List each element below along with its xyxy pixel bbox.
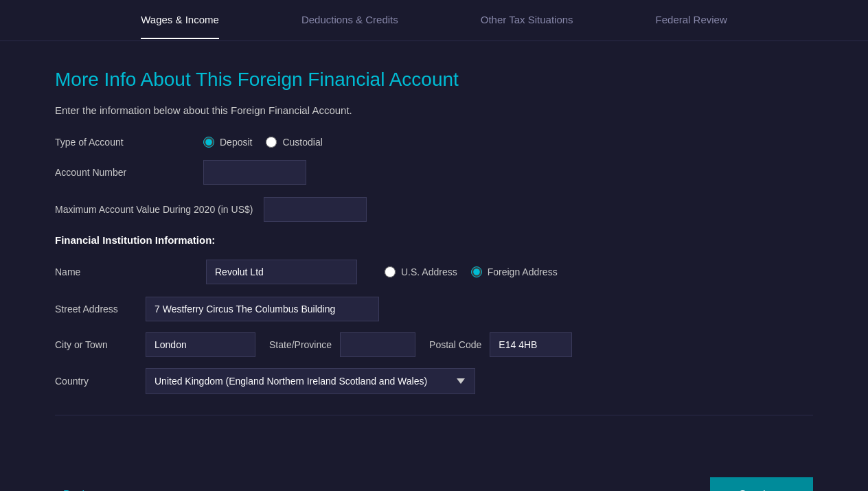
country-row: Country United Kingdom (England Northern… [55, 368, 813, 394]
postal-input[interactable] [490, 332, 572, 357]
back-chevron-icon: ‹ [55, 488, 59, 492]
postal-label: Postal Code [429, 339, 481, 350]
section-divider [55, 415, 813, 415]
city-state-postal-row: City or Town State/Province Postal Code [55, 332, 813, 357]
nav-item-wages-income[interactable]: Wages & Income [141, 1, 219, 39]
page-title: More Info About This Foreign Financial A… [55, 69, 813, 91]
country-label: Country [55, 376, 137, 387]
page-subtitle: Enter the information below about this F… [55, 104, 813, 116]
city-input[interactable] [146, 332, 255, 357]
nav-item-other-tax-situations[interactable]: Other Tax Situations [481, 1, 573, 39]
street-address-row: Street Address [55, 297, 813, 321]
name-label: Name [55, 266, 192, 277]
main-content: More Info About This Foreign Financial A… [22, 41, 846, 464]
account-type-radio-group: Deposit Custodial [203, 137, 323, 148]
bottom-navigation: ‹ Back Continue [22, 464, 846, 491]
nav-item-federal-review[interactable]: Federal Review [656, 1, 727, 39]
deposit-label: Deposit [220, 137, 252, 148]
foreign-address-label: Foreign Address [488, 266, 558, 277]
account-number-row: Account Number [55, 160, 813, 185]
back-button[interactable]: ‹ Back [55, 488, 88, 492]
custodial-radio[interactable] [266, 137, 277, 148]
financial-institution-heading: Financial Institution Information: [55, 234, 813, 246]
street-address-input[interactable] [146, 297, 379, 321]
us-address-radio-option[interactable]: U.S. Address [385, 266, 457, 277]
us-address-label: U.S. Address [401, 266, 457, 277]
account-number-label: Account Number [55, 167, 192, 178]
custodial-radio-option[interactable]: Custodial [266, 137, 322, 148]
state-label: State/Province [269, 339, 332, 350]
street-address-label: Street Address [55, 304, 137, 315]
custodial-label: Custodial [282, 137, 322, 148]
deposit-radio[interactable] [203, 137, 214, 148]
country-select[interactable]: United Kingdom (England Northern Ireland… [146, 368, 475, 394]
foreign-address-radio[interactable] [471, 266, 482, 277]
foreign-address-radio-option[interactable]: Foreign Address [471, 266, 558, 277]
max-value-row: Maximum Account Value During 2020 (in US… [55, 197, 813, 222]
max-value-label: Maximum Account Value During 2020 (in US… [55, 204, 253, 215]
continue-button-label: Continue [738, 488, 785, 491]
max-value-input[interactable] [264, 197, 367, 222]
nav-item-deductions-credits[interactable]: Deductions & Credits [301, 1, 398, 39]
account-number-input[interactable] [203, 160, 306, 185]
deposit-radio-option[interactable]: Deposit [203, 137, 252, 148]
city-label: City or Town [55, 339, 137, 350]
top-navigation: Wages & Income Deductions & Credits Othe… [0, 0, 868, 41]
state-input[interactable] [340, 332, 415, 357]
name-address-row: Name U.S. Address Foreign Address [55, 260, 813, 284]
name-input[interactable] [206, 260, 357, 284]
us-address-radio[interactable] [385, 266, 396, 277]
type-of-account-row: Type of Account Deposit Custodial [55, 137, 813, 148]
continue-button[interactable]: Continue [710, 477, 813, 491]
type-of-account-label: Type of Account [55, 137, 192, 148]
